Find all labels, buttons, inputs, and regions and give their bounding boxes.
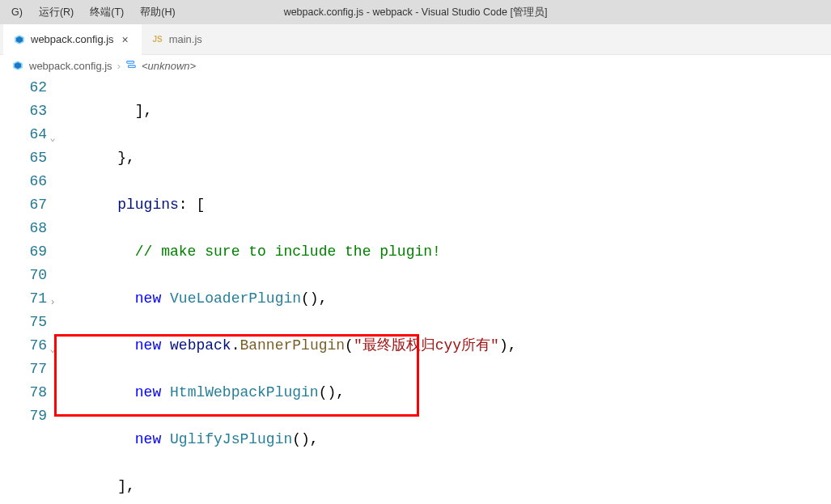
breadcrumb[interactable]: webpack.config.js › <unknown> [0, 55, 831, 76]
code-line: new HtmlWebpackPlugin(), [83, 381, 517, 404]
fold-down-icon[interactable]: ⌄ [47, 127, 58, 150]
tab-label: webpack.config.js [31, 33, 114, 45]
code-line: }, [83, 146, 517, 170]
code-editor[interactable]: 62 63 64⌄ 65 66 67 68 69 70 71› 75 76⌄ 7… [0, 76, 831, 504]
line-number: 65 [0, 146, 47, 170]
line-number: 77 [0, 358, 47, 381]
tab-webpack-config[interactable]: webpack.config.js × [3, 24, 142, 55]
line-number: 66 [0, 170, 47, 193]
chevron-right-icon: › [117, 60, 121, 72]
line-number: 78 [0, 381, 47, 404]
svg-rect-5 [128, 65, 135, 67]
line-number: 76⌄ [0, 334, 47, 358]
code-line: plugins: [ [83, 193, 517, 217]
line-number: 68 [0, 217, 47, 240]
code-line: new webpack.BannerPlugin("最终版权归cyy所有"), [83, 334, 517, 358]
symbol-icon [125, 59, 137, 73]
line-number: 67 [0, 193, 47, 217]
tab-main-js[interactable]: JS main.js [142, 24, 212, 55]
fold-right-icon[interactable]: › [47, 291, 58, 315]
line-number: 75 [0, 311, 47, 334]
breadcrumb-symbol[interactable]: <unknown> [142, 60, 196, 72]
line-number: 79 [0, 404, 47, 428]
webpack-icon [11, 59, 24, 72]
code-content[interactable]: ], }, plugins: [ // make sure to include… [60, 76, 517, 504]
line-number: 71› [0, 287, 47, 311]
menu-run[interactable]: 运行(R) [32, 2, 80, 23]
tab-bar: webpack.config.js × JS main.js [0, 24, 831, 55]
line-number: 64⌄ [0, 123, 47, 146]
webpack-icon [13, 33, 26, 46]
code-line: ], [83, 475, 517, 498]
menu-go-suffix[interactable]: G) [5, 3, 29, 21]
line-number: 62 [0, 76, 47, 100]
close-icon[interactable]: × [119, 33, 132, 46]
menu-terminal[interactable]: 终端(T) [83, 2, 130, 23]
menu-help[interactable]: 帮助(H) [134, 2, 181, 23]
line-number: 70 [0, 264, 47, 287]
code-line: // make sure to include the plugin! [83, 240, 517, 264]
line-number: 69 [0, 240, 47, 264]
menu-bar: G) 运行(R) 终端(T) 帮助(H) [0, 0, 831, 24]
breadcrumb-file[interactable]: webpack.config.js [29, 60, 112, 72]
svg-rect-4 [127, 61, 134, 63]
code-line: ], [83, 100, 517, 123]
fold-down-icon[interactable]: ⌄ [47, 338, 58, 362]
tab-label: main.js [169, 33, 202, 45]
line-number: 63 [0, 100, 47, 123]
line-number-gutter: 62 63 64⌄ 65 66 67 68 69 70 71› 75 76⌄ 7… [0, 76, 60, 504]
js-icon: JS [151, 33, 164, 46]
code-line: new VueLoaderPlugin(), [83, 287, 517, 311]
code-line: new UglifyJsPlugin(), [83, 428, 517, 451]
